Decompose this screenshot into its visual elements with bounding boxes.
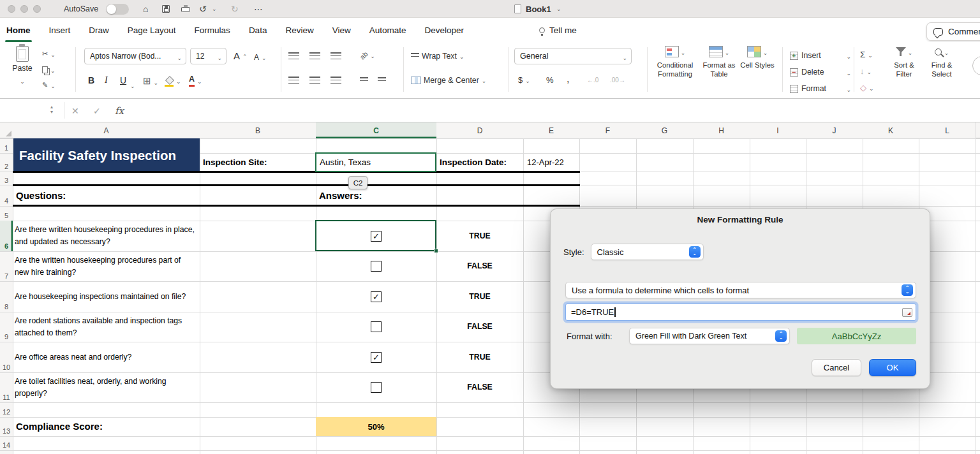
answer-checkbox[interactable]: ✓ — [371, 352, 382, 363]
compliance-score-value[interactable]: 50% — [316, 417, 436, 436]
decrease-font-size-button[interactable]: A — [254, 52, 267, 62]
increase-indent-icon[interactable] — [378, 77, 386, 84]
confirm-entry-icon[interactable]: ✓ — [93, 99, 101, 122]
tab-page-layout[interactable]: Page Layout — [128, 18, 176, 42]
tab-draw[interactable]: Draw — [89, 18, 109, 42]
tell-me-label: Tell me — [549, 26, 577, 35]
cancel-entry-icon[interactable]: ✕ — [71, 99, 79, 122]
align-bottom-icon[interactable] — [330, 52, 341, 60]
inspection-site-label[interactable]: Inspection Site: — [203, 153, 267, 172]
fill-button[interactable]: ↓ — [860, 66, 872, 76]
borders-button[interactable]: ⊞ — [143, 75, 158, 87]
increase-decimal-button[interactable]: ←.0 — [587, 77, 598, 84]
cancel-button[interactable]: Cancel — [812, 359, 861, 376]
delete-cells-button[interactable]: Delete — [790, 66, 851, 78]
currency-format-button[interactable]: $ — [518, 75, 530, 85]
minimize-window-button[interactable] — [20, 5, 28, 13]
font-name-select[interactable]: Aptos Narrow (Bod... — [84, 48, 186, 64]
undo-chevron-icon[interactable]: ⌄ — [212, 0, 217, 18]
autosum-button[interactable]: Σ — [860, 50, 873, 59]
home-icon[interactable]: ⌂ — [143, 0, 148, 18]
more-commands-icon[interactable]: ⋯ — [254, 0, 263, 18]
tab-home[interactable]: Home — [6, 18, 31, 42]
fill-color-button[interactable] — [165, 76, 181, 85]
title-chevron-icon[interactable]: ⌄ — [556, 0, 561, 18]
align-top-icon[interactable] — [288, 52, 299, 60]
answer-checkbox[interactable] — [371, 261, 382, 272]
rule-type-select[interactable]: Use a formula to determine which cells t… — [565, 282, 916, 298]
ok-button[interactable]: OK — [869, 359, 916, 376]
style-select[interactable]: Classic ⌃⌄ — [591, 244, 704, 260]
tab-data[interactable]: Data — [249, 18, 267, 42]
bold-button[interactable]: B — [88, 75, 94, 85]
answer-checkbox[interactable]: ✓ — [371, 291, 382, 302]
align-right-icon[interactable] — [330, 77, 341, 84]
autosave-toggle[interactable] — [106, 4, 129, 15]
tab-formulas[interactable]: Formulas — [195, 18, 230, 42]
decrease-decimal-button[interactable]: .00→ — [610, 77, 625, 84]
dialog-title[interactable]: New Formatting Rule — [551, 215, 930, 224]
copy-button[interactable] — [42, 65, 56, 75]
paste-button[interactable]: Paste — [8, 46, 37, 86]
font-size-select[interactable]: 12 — [190, 48, 226, 64]
merge-center-button[interactable]: Merge & Center — [411, 75, 486, 85]
save-icon[interactable] — [162, 5, 170, 13]
format-cells-button[interactable]: Format — [790, 83, 851, 94]
insert-function-icon[interactable]: fx — [115, 99, 124, 122]
answer-checkbox[interactable] — [371, 321, 382, 332]
cut-button[interactable]: ✂ — [42, 49, 56, 59]
tab-automate[interactable]: Automate — [369, 18, 406, 42]
underline-button[interactable]: U — [120, 75, 126, 85]
number-format-select[interactable]: General — [514, 48, 632, 64]
percent-format-button[interactable]: % — [546, 75, 554, 85]
print-icon[interactable] — [181, 7, 190, 12]
range-selector-icon[interactable] — [902, 308, 912, 317]
compliance-score-label[interactable]: Compliance Score: — [16, 417, 103, 436]
italic-button[interactable]: I — [105, 75, 108, 85]
tab-view[interactable]: View — [332, 18, 351, 42]
find-select-button[interactable]: Find & Select — [924, 46, 960, 78]
align-left-icon[interactable] — [288, 77, 299, 84]
analyze-data-icon[interactable] — [972, 56, 980, 75]
format-as-table-button[interactable]: Format as Table — [699, 46, 739, 78]
clear-button[interactable]: ◇ — [860, 83, 874, 92]
insert-cells-button[interactable]: Insert — [790, 50, 851, 61]
title-cell[interactable]: Facility Safety Inspection — [13, 138, 200, 172]
fill-handle[interactable] — [434, 249, 438, 253]
undo-icon[interactable]: ↺ — [199, 0, 207, 18]
tab-developer[interactable]: Developer — [425, 18, 464, 42]
tell-me-button[interactable]: Tell me — [539, 18, 577, 42]
selected-cell-c2[interactable]: Austin, Texas — [315, 152, 436, 172]
zoom-window-button[interactable] — [33, 5, 41, 13]
align-center-icon[interactable] — [309, 77, 320, 84]
tab-insert[interactable]: Insert — [49, 18, 71, 42]
format-with-select[interactable]: Green Fill with Dark Green Text ⌃⌄ — [629, 328, 790, 344]
questions-header[interactable]: Questions: — [16, 186, 66, 205]
conditional-formatting-button[interactable]: Conditional Formatting — [652, 46, 698, 78]
comma-format-button[interactable]: , — [567, 73, 569, 85]
chevron-down-icon[interactable] — [130, 79, 135, 91]
redo-icon[interactable]: ↻ — [231, 0, 239, 18]
wrap-text-button[interactable]: Wrap Text — [411, 51, 464, 61]
increase-font-size-button[interactable]: A — [234, 50, 248, 61]
sort-filter-button[interactable]: Sort & Filter — [887, 46, 921, 78]
cell-styles-button[interactable]: Cell Styles — [739, 46, 776, 70]
name-box-stepper-icon[interactable]: ▴▾ — [50, 105, 53, 115]
active-cell-c6-selection[interactable] — [315, 220, 436, 251]
chevron-down-icon — [370, 50, 375, 60]
document-title[interactable]: Book1 — [526, 0, 551, 18]
inspection-date-label[interactable]: Inspection Date: — [440, 153, 507, 172]
comments-button[interactable]: Comments — [926, 22, 980, 41]
tab-review[interactable]: Review — [285, 18, 313, 42]
font-color-button[interactable]: A — [189, 75, 202, 87]
orientation-button[interactable]: ab — [360, 50, 375, 60]
font-size-value: 12 — [196, 52, 204, 61]
inspection-date-value[interactable]: 12-Apr-22 — [527, 153, 564, 172]
answer-checkbox[interactable] — [371, 382, 382, 393]
chevron-down-icon — [50, 65, 56, 75]
decrease-indent-icon[interactable] — [360, 77, 368, 84]
formula-input[interactable]: =D6=TRUE — [565, 304, 916, 321]
format-painter-button[interactable]: ✎ — [42, 80, 56, 90]
close-window-button[interactable] — [8, 5, 15, 13]
align-middle-icon[interactable] — [309, 52, 320, 60]
